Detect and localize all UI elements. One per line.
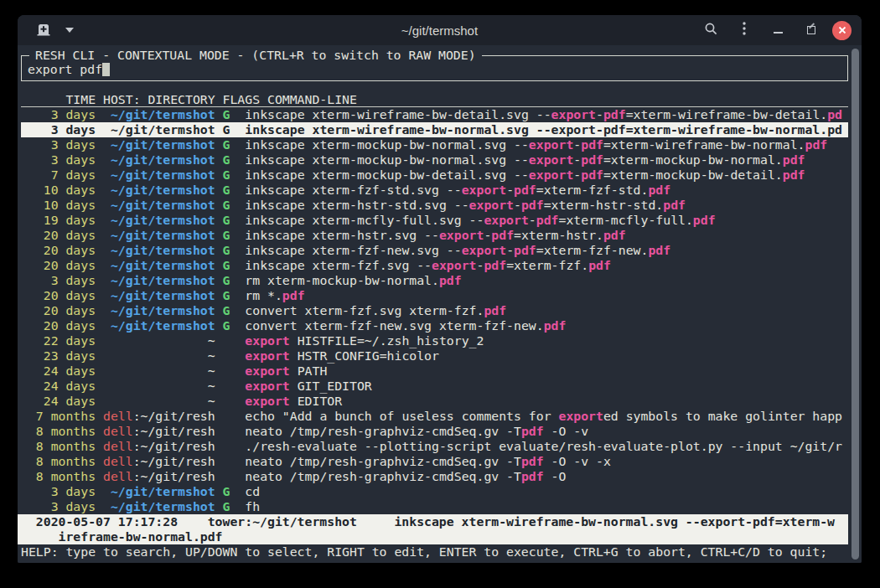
row-command-segment: inkscape xterm-fzf-std.svg -- xyxy=(245,183,461,197)
search-box: RESH CLI - CONTEXTUAL MODE - (CTRL+R to … xyxy=(21,55,848,81)
history-row[interactable]: 7 months dell:~/git/resh echo "Add a bun… xyxy=(21,409,848,424)
row-command-segment: pdf xyxy=(581,168,603,182)
search-input[interactable]: export pdf xyxy=(28,62,841,77)
new-tab-button[interactable] xyxy=(36,23,52,39)
history-row[interactable]: 8 months dell:~/git/resh neato /tmp/resh… xyxy=(21,469,848,484)
row-command-segment: pdf xyxy=(439,273,462,287)
row-command-segment: convert xterm-fzf.svg xterm-fzf. xyxy=(245,303,484,317)
row-command-segment: pdf xyxy=(588,258,611,272)
menu-button[interactable] xyxy=(732,18,757,43)
scrollbar[interactable] xyxy=(852,49,859,560)
row-time: 24 days xyxy=(21,364,103,378)
selected-entry-detail: 2020-05-07 17:17:28 tower:~/git/termshot… xyxy=(18,514,848,544)
row-command-segment: - xyxy=(514,198,521,212)
row-host: :~/git/resh xyxy=(133,469,215,483)
row-host: dell xyxy=(103,439,133,453)
history-row[interactable]: 22 days ~ export HISTFILE=~/.zsh_history… xyxy=(21,333,848,348)
row-command-segment: ed symbols to make golinter happ xyxy=(603,409,842,423)
row-host: ~/git/termshot xyxy=(111,288,215,302)
row-command-segment: pdf xyxy=(603,107,626,121)
row-command-segment: -O xyxy=(544,469,567,483)
row-command-segment: pdf xyxy=(521,469,544,483)
history-row[interactable]: 7 days ~/git/termshot G inkscape xterm-m… xyxy=(21,168,848,183)
row-command-segment: pdf xyxy=(581,137,603,152)
history-row[interactable]: 20 days ~/git/termshot G inkscape xterm-… xyxy=(21,258,848,273)
row-command-segment: pdf xyxy=(805,137,827,152)
row-command-segment: - xyxy=(573,152,581,167)
history-row[interactable]: 3 days ~/git/termshot G inkscape xterm-m… xyxy=(21,152,848,168)
history-row[interactable]: 8 months dell:~/git/resh neato /tmp/resh… xyxy=(21,454,848,469)
history-row[interactable]: 3 days ~/git/termshot G fh xyxy=(21,499,848,514)
row-command-segment: export xyxy=(558,409,603,423)
history-row[interactable]: 20 days ~/git/termshot G inkscape xterm-… xyxy=(21,243,848,258)
row-host: ~/git/termshot xyxy=(111,183,215,197)
row-command-segment: rm *. xyxy=(245,288,282,302)
row-command-segment: EDITOR xyxy=(290,394,342,408)
history-row[interactable]: 20 days ~/git/termshot G convert xterm-f… xyxy=(21,318,848,333)
row-time: 8 months xyxy=(21,439,103,453)
row-command-segment: =xterm-fzf-std. xyxy=(536,183,649,197)
history-row[interactable]: 24 days ~ export EDITOR xyxy=(21,394,848,409)
history-row[interactable]: 24 days ~ export GIT_EDITOR xyxy=(21,379,848,394)
row-time: 10 days xyxy=(21,183,103,197)
row-command-segment: export xyxy=(462,183,506,197)
history-row[interactable]: 3 days ~/git/termshot G rm xterm-mockup-… xyxy=(21,273,848,288)
row-host: ~/git/termshot xyxy=(111,137,215,152)
close-button[interactable] xyxy=(832,21,852,40)
history-row[interactable]: 20 days ~/git/termshot G rm *.pdf xyxy=(21,288,848,303)
minimize-icon xyxy=(774,32,783,34)
history-row[interactable]: 19 days ~/git/termshot G inkscape xterm-… xyxy=(21,213,848,228)
kebab-menu-icon xyxy=(742,21,747,39)
history-row[interactable]: 24 days ~ export PATH xyxy=(21,364,848,379)
row-host: :~/git/resh xyxy=(133,409,215,423)
row-time: 20 days xyxy=(21,258,103,272)
history-row[interactable]: 3 days ~/git/termshot G inkscape xterm-w… xyxy=(21,107,848,122)
titlebar[interactable]: ~/git/termshot xyxy=(18,15,862,45)
row-host: ~/git/termshot xyxy=(111,484,215,498)
row-host: ~/git/termshot xyxy=(111,243,215,257)
row-command-segment: pdf xyxy=(581,152,603,167)
row-command-segment: inkscape xterm-fzf.svg -- xyxy=(245,258,432,272)
row-command-segment: - xyxy=(573,137,581,152)
history-row[interactable]: 8 months dell:~/git/resh neato /tmp/resh… xyxy=(21,424,848,439)
row-command-segment: inkscape xterm-fzf-new.svg -- xyxy=(245,243,461,257)
row-command-segment: inkscape xterm-mockup-bw-normal.svg -- xyxy=(245,137,529,152)
row-command-segment: pdf xyxy=(484,303,506,317)
row-host: dell xyxy=(103,469,133,483)
row-host: ~/git/termshot xyxy=(111,168,215,182)
history-row[interactable]: 10 days ~/git/termshot G inkscape xterm-… xyxy=(21,198,848,213)
row-command-segment: pdf xyxy=(282,288,305,302)
history-row[interactable]: 3 days ~/git/termshot G cd xyxy=(21,484,848,499)
row-command-segment: export xyxy=(462,243,506,257)
row-command-segment: =xterm-fzf. xyxy=(506,258,588,272)
history-row[interactable]: 8 months dell:~/git/resh ./resh-evaluate… xyxy=(21,439,848,454)
row-command-segment: pdf xyxy=(648,243,670,257)
row-command-segment: =xterm-hstr. xyxy=(514,228,603,242)
row-command-segment: export xyxy=(529,168,573,182)
row-command-segment: pdf xyxy=(536,213,559,227)
history-row[interactable]: 20 days ~/git/termshot G convert xterm-f… xyxy=(21,303,848,318)
minimize-button[interactable] xyxy=(765,18,790,43)
row-command-segment: =xterm-fzf-new. xyxy=(536,243,649,257)
history-row[interactable]: 23 days ~ export HSTR_CONFIG=hicolor xyxy=(21,348,848,364)
row-command-segment: pdf xyxy=(783,168,805,182)
row-command-segment: pdf xyxy=(521,198,544,212)
history-row[interactable]: 3 days ~/git/termshot G inkscape xterm-m… xyxy=(21,137,848,152)
terminal-content: RESH CLI - CONTEXTUAL MODE - (CTRL+R to … xyxy=(18,45,862,563)
tab-menu-button[interactable] xyxy=(65,28,74,33)
row-command-segment: inkscape xterm-mockup-bw-normal.svg -- xyxy=(245,152,529,167)
row-command-segment: inkscape xterm-hstr-std.svg -- xyxy=(245,198,468,212)
row-command-segment: PATH xyxy=(290,364,328,378)
row-command-segment: pdf xyxy=(514,183,536,197)
search-button[interactable] xyxy=(698,18,723,43)
restore-button[interactable] xyxy=(799,18,824,43)
row-command-segment: pdf xyxy=(521,454,544,468)
selected-entry-line2: ireframe-bw-normal.pdf xyxy=(21,529,848,544)
history-row[interactable]: 20 days ~/git/termshot G inkscape xterm-… xyxy=(21,228,848,243)
history-row[interactable]: 10 days ~/git/termshot G inkscape xterm-… xyxy=(21,183,848,198)
history-row[interactable]: 3 days ~/git/termshot G inkscape xterm-w… xyxy=(21,122,848,137)
row-command-segment: HSTR_CONFIG=hicolor xyxy=(290,348,439,363)
mode-header: RESH CLI - CONTEXTUAL MODE - (CTRL+R to … xyxy=(29,48,482,63)
row-command-segment: export xyxy=(551,107,596,121)
row-command-segment: pd xyxy=(827,107,842,121)
